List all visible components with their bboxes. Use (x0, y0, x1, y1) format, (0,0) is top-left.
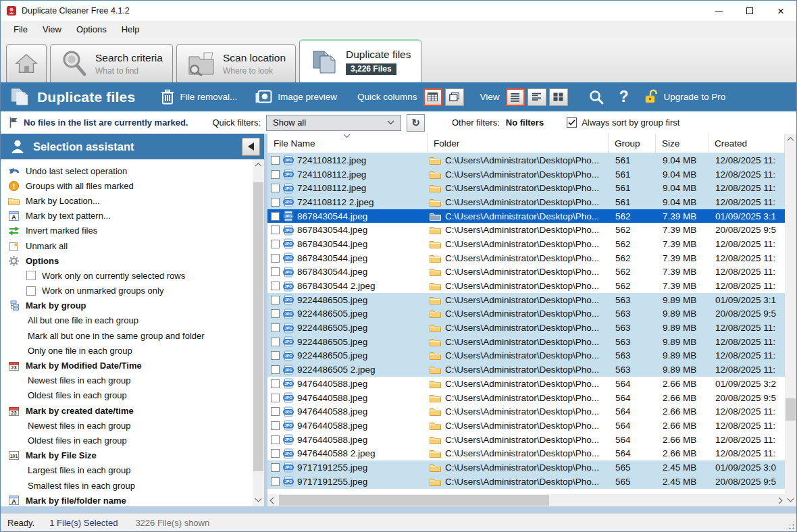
row-checkbox[interactable] (271, 477, 280, 486)
row-checkbox[interactable] (271, 198, 280, 207)
scrollbar-thumb[interactable] (786, 398, 796, 421)
row-checkbox[interactable] (271, 296, 280, 304)
table-row[interactable]: JPG9476440588.jpegC:\Users\Administrator… (267, 391, 785, 405)
table-row[interactable]: JPG9476440588.jpegC:\Users\Administrator… (267, 433, 785, 447)
sort-by-group-checkbox[interactable] (567, 117, 577, 128)
column-header-group[interactable]: Group (609, 134, 656, 153)
sidebar-item-newest-files-in-each-group[interactable]: Newest files in each group (1, 373, 253, 388)
sidebar-item-only-one-file-in-each-group[interactable]: Only one file in each group (1, 343, 253, 358)
table-row[interactable]: JPG9476440588.jpegC:\Users\Administrator… (267, 377, 785, 391)
scrollbar-left-button[interactable] (267, 494, 279, 506)
row-checkbox[interactable] (271, 212, 280, 221)
scrollbar-down-button[interactable] (253, 495, 264, 506)
scrollbar-down-button[interactable] (785, 495, 796, 506)
scrollbar-thumb[interactable] (279, 495, 549, 506)
row-checkbox[interactable] (271, 338, 280, 346)
row-checkbox[interactable] (271, 282, 280, 290)
help-button[interactable]: ? (619, 88, 629, 106)
sidebar-item-all-but-one-file-in-each-group[interactable]: All but one file in each group (1, 313, 253, 328)
vertical-scrollbar[interactable] (785, 134, 796, 506)
row-checkbox[interactable] (271, 394, 280, 402)
sidebar-item-mark-by-text-pattern[interactable]: AMark by text pattern... (1, 209, 253, 223)
table-row[interactable]: JPG9224486505.jpegC:\Users\Administrator… (267, 321, 785, 335)
minimize-button[interactable] (703, 1, 734, 21)
view-list-button[interactable] (506, 88, 525, 106)
column-header-size[interactable]: Size (656, 134, 709, 153)
row-checkbox[interactable] (271, 254, 280, 263)
table-row[interactable]: JPG8678430544.jpegC:\Users\Administrator… (267, 209, 785, 223)
maximize-button[interactable] (734, 1, 765, 21)
tab-duplicate-files[interactable]: Duplicate files 3,226 Files (299, 39, 421, 82)
row-checkbox[interactable] (271, 323, 280, 332)
table-row[interactable]: JPG9717191255.jpegC:\Users\Administrator… (267, 475, 785, 489)
table-row[interactable]: JPG8678430544 2.jpegC:\Users\Administrat… (267, 279, 785, 293)
table-row[interactable]: JPG9476440588.jpegC:\Users\Administrator… (267, 419, 785, 433)
sidebar-item-groups-with-all-files-marked[interactable]: !Groups with all files marked (1, 178, 253, 193)
table-row[interactable]: JPG7241108112 2.jpegC:\Users\Administrat… (267, 195, 785, 209)
table-row[interactable]: JPG9224486505.jpegC:\Users\Administrator… (267, 335, 785, 349)
upgrade-to-pro-button[interactable]: Upgrade to Pro (664, 92, 726, 102)
row-checkbox[interactable] (271, 435, 280, 444)
sidebar-item-invert-marked-files[interactable]: Invert marked files (1, 223, 253, 238)
table-row[interactable]: JPG7241108112.jpegC:\Users\Administrator… (267, 167, 785, 182)
menu-options[interactable]: Options (69, 21, 114, 38)
row-checkbox[interactable] (271, 449, 280, 458)
table-row[interactable]: JPG9476440588.jpegC:\Users\Administrator… (267, 404, 785, 419)
table-row[interactable]: JPG9224486505.jpegC:\Users\Administrator… (267, 349, 785, 363)
refresh-filter-button[interactable]: ↻ (407, 114, 425, 132)
table-row[interactable]: JPG9224486505 2.jpegC:\Users\Administrat… (267, 363, 785, 377)
sidebar-item-mark-by-location[interactable]: Mark by Location... (1, 193, 253, 208)
checkbox[interactable] (26, 271, 36, 280)
table-row[interactable]: JPG7241108112.jpegC:\Users\Administrator… (267, 181, 785, 195)
view-details-button[interactable] (528, 88, 546, 106)
sidebar-item-work-only-on-currently-selected-rows[interactable]: Work only on currently selected rows (1, 268, 253, 283)
row-checkbox[interactable] (271, 309, 280, 318)
tab-scan-location[interactable]: Scan location Where to look (176, 44, 296, 82)
table-row[interactable]: JPG8678430544.jpegC:\Users\Administrator… (267, 251, 785, 265)
quick-columns-panes-button[interactable] (445, 88, 464, 106)
column-header-folder[interactable]: Folder (428, 134, 609, 153)
tab-search-criteria[interactable]: Search criteria What to find (50, 44, 173, 82)
horizontal-scrollbar[interactable] (267, 494, 785, 506)
image-preview-button[interactable]: Image preview (278, 92, 337, 102)
row-checkbox[interactable] (271, 267, 280, 276)
quick-columns-grid-button[interactable] (423, 88, 442, 106)
sidebar-item-undo-last-select-operation[interactable]: Undo last select operation (1, 163, 253, 178)
scrollbar-thumb[interactable] (253, 182, 263, 471)
row-checkbox[interactable] (271, 184, 280, 192)
sidebar-item-smallest-files-in-each-group[interactable]: Smallest files in each group (1, 478, 253, 493)
table-row[interactable]: JPG9717191255.jpegC:\Users\Administrator… (267, 460, 785, 475)
sidebar-scrollbar[interactable] (253, 159, 264, 506)
sidebar-item-unmark-all[interactable]: ★Unmark all (1, 238, 253, 253)
column-header-created[interactable]: Created (709, 134, 785, 153)
collapse-sidebar-button[interactable] (242, 138, 260, 156)
search-button[interactable] (588, 89, 605, 105)
table-row[interactable]: JPG9476440588 2.jpegC:\Users\Administrat… (267, 446, 785, 460)
quick-filters-dropdown[interactable]: Show all (266, 115, 401, 131)
view-tiles-button[interactable] (549, 88, 568, 106)
table-row[interactable]: JPG8678430544.jpegC:\Users\Administrator… (267, 265, 785, 280)
row-checkbox[interactable] (271, 379, 280, 388)
row-checkbox[interactable] (271, 365, 280, 374)
sidebar-item-newest-files-in-each-group[interactable]: Newest files in each group (1, 418, 253, 433)
close-button[interactable]: × (765, 1, 796, 21)
row-checkbox[interactable] (271, 463, 280, 472)
scrollbar-right-button[interactable] (773, 494, 785, 506)
sidebar-item-work-on-unmarked-groups-only[interactable]: Work on unmarked groups only (1, 284, 253, 298)
row-checkbox[interactable] (271, 240, 280, 248)
table-row[interactable]: JPG9224486505.jpegC:\Users\Administrator… (267, 293, 785, 307)
row-checkbox[interactable] (271, 421, 280, 430)
resize-grip[interactable] (786, 521, 795, 530)
row-checkbox[interactable] (271, 156, 280, 165)
row-checkbox[interactable] (271, 407, 280, 416)
file-removal-button[interactable]: File removal... (180, 92, 237, 102)
table-row[interactable]: JPG9224486505.jpegC:\Users\Administrator… (267, 307, 785, 321)
sidebar-item-mark-all-but-one-in-the-same-group-and-folder[interactable]: Mark all but one in the same group and f… (1, 328, 253, 343)
row-checkbox[interactable] (271, 225, 280, 234)
table-row[interactable]: JPG8678430544.jpegC:\Users\Administrator… (267, 223, 785, 237)
row-checkbox[interactable] (271, 170, 280, 179)
tab-home[interactable] (6, 44, 47, 82)
row-checkbox[interactable] (271, 351, 280, 360)
menu-view[interactable]: View (35, 21, 69, 38)
table-row[interactable]: JPG8678430544.jpegC:\Users\Administrator… (267, 237, 785, 251)
